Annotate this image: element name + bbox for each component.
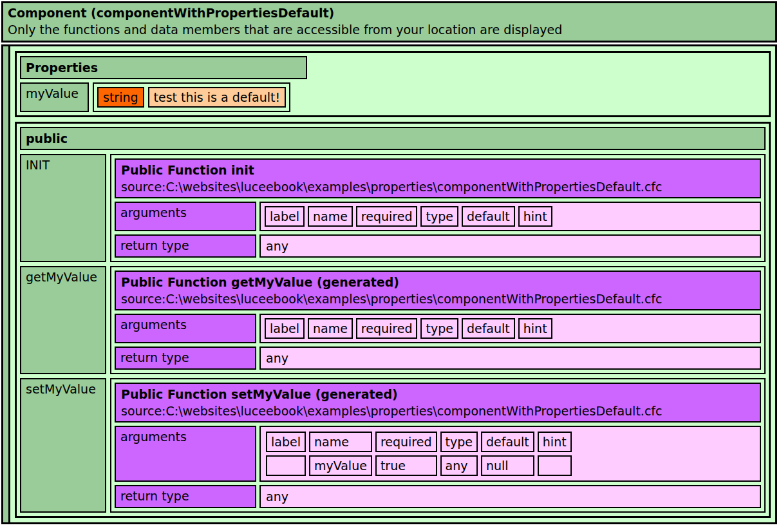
function-key: setMyValue [20,378,106,513]
function-header: Public Function getMyValue (generated) s… [115,271,761,310]
return-type-row: return type any [115,234,761,258]
return-type-value: any [259,347,761,370]
arguments-label: arguments [115,202,256,231]
arg-value-name: myValue [309,455,372,476]
arg-header-default: default [462,318,515,339]
arg-header-hint: hint [518,206,552,227]
component-title: Component (componentWithPropertiesDefaul… [8,5,771,21]
function-row-init: INIT Public Function init source:C:\webs… [20,154,766,262]
arguments-table-value-row: myValue true any null [266,455,572,476]
arg-value-type: any [440,455,478,476]
return-type-label: return type [115,485,256,508]
function-source: source:C:\websites\luceebook\examples\pr… [121,290,755,307]
function-key: getMyValue [20,266,106,374]
component-dump-content: Properties myValue string test this is a… [10,46,775,522]
function-header: Public Function setMyValue (generated) s… [115,383,761,423]
arg-header-hint: hint [518,318,552,339]
properties-section-header: Properties [20,56,307,79]
arg-value-hint [538,455,572,476]
property-type-badge: string [97,87,144,108]
arguments-row: arguments label name required type defau… [115,426,761,482]
arg-header-required: required [375,432,437,452]
arg-header-label: label [265,206,305,227]
properties-section: Properties myValue string test this is a… [15,51,771,117]
arguments-row: arguments label name required type defau… [115,202,761,231]
arg-value-label [266,455,306,476]
property-value-box: string test this is a default! [93,82,290,112]
component-dump-body: Properties myValue string test this is a… [1,44,777,524]
arg-header-type: type [420,318,458,339]
arguments-value: label name required type default hint [259,314,761,343]
arg-value-default: null [481,455,534,476]
function-source: source:C:\websites\luceebook\examples\pr… [121,403,755,419]
arg-header-type: type [420,206,458,227]
component-dump-header: Component (componentWithPropertiesDefaul… [1,1,777,43]
return-type-label: return type [115,347,256,370]
public-section-header: public [20,127,766,150]
arg-header-default: default [462,206,515,227]
arg-header-name: name [308,318,353,339]
arg-header-name: name [308,206,353,227]
function-title: Public Function setMyValue (generated) [121,386,755,403]
arg-header-label: label [266,432,306,452]
arg-header-required: required [356,318,418,339]
arg-header-label: label [265,318,305,339]
component-dump: Component (componentWithPropertiesDefaul… [1,1,777,524]
function-title: Public Function init [121,162,755,178]
public-section: public INIT Public Function init source:… [15,122,771,518]
arguments-label: arguments [115,314,256,343]
arg-header-type: type [440,432,478,452]
function-detail-box: Public Function init source:C:\websites\… [110,154,766,262]
property-default-value: test this is a default! [148,87,287,108]
left-accent-bar [3,46,10,522]
function-row-setmyvalue: setMyValue Public Function setMyValue (g… [20,378,766,513]
arguments-value: label name required type default hint [259,202,761,231]
arg-header-name: name [309,432,372,452]
return-type-value: any [259,234,761,258]
return-type-row: return type any [115,347,761,370]
property-name: myValue [20,82,89,112]
property-row: myValue string test this is a default! [20,82,766,112]
arguments-table: label name required type default hint [263,428,575,479]
component-subtitle: Only the functions and data members that… [8,21,771,38]
return-type-label: return type [115,234,256,258]
return-type-row: return type any [115,485,761,508]
arg-header-default: default [481,432,534,452]
function-detail-box: Public Function setMyValue (generated) s… [110,378,766,513]
function-source: source:C:\websites\luceebook\examples\pr… [121,178,755,195]
function-key: INIT [20,154,106,262]
arg-header-hint: hint [538,432,572,452]
arguments-value: label name required type default hint [259,426,761,482]
function-detail-box: Public Function getMyValue (generated) s… [110,266,766,374]
arguments-label: arguments [115,426,256,482]
return-type-value: any [259,485,761,508]
function-title: Public Function getMyValue (generated) [121,274,755,290]
arguments-row: arguments label name required type defau… [115,314,761,343]
function-header: Public Function init source:C:\websites\… [115,158,761,198]
arguments-table-header-row: label name required type default hint [266,432,572,452]
arg-header-required: required [356,206,418,227]
function-row-getmyvalue: getMyValue Public Function getMyValue (g… [20,266,766,374]
arg-value-required: true [375,455,437,476]
